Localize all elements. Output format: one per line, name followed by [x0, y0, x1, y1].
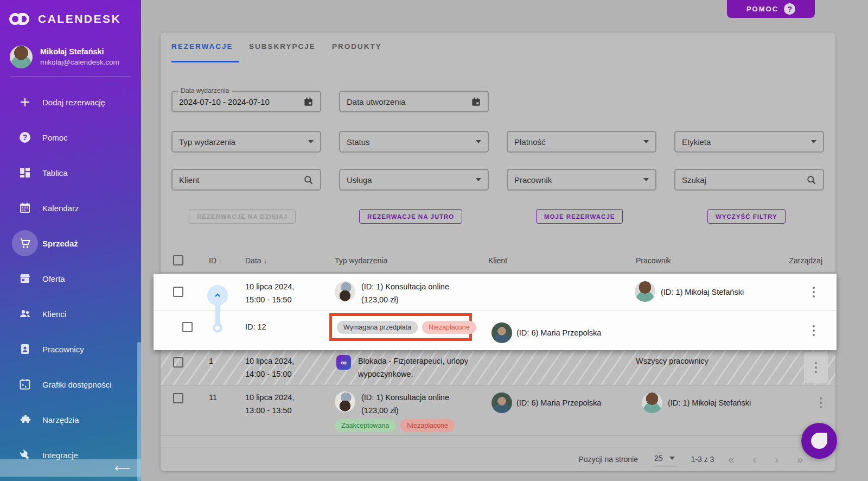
- next-page-button[interactable]: ›: [775, 453, 778, 466]
- employee-avatar: [635, 281, 655, 302]
- sidebar-item-narzedzia[interactable]: Narzędzia: [0, 407, 141, 433]
- select-all-checkbox[interactable]: [173, 255, 183, 265]
- tab-subskrypcje[interactable]: SUBSKRYPCJE: [249, 42, 316, 50]
- date-line2: 15:00 - 15:50: [245, 295, 291, 304]
- subrow-menu-button[interactable]: [807, 322, 820, 339]
- prev-page-button[interactable]: ‹: [753, 453, 757, 466]
- svg-text:?: ?: [23, 133, 28, 142]
- sidebar-item-label: Grafiki dostępności: [42, 380, 112, 389]
- block-title-line1: Blokada - Fizjoterapeuci, urlopy: [358, 357, 468, 365]
- row-menu-focused: [804, 352, 828, 383]
- reservations-today-button[interactable]: REZERWACJE NA DZISIAJ: [189, 209, 296, 224]
- row-menu-button[interactable]: [807, 283, 820, 301]
- service-filter[interactable]: Usługa: [339, 169, 489, 191]
- created-date-filter[interactable]: Data utworzenia: [339, 91, 489, 112]
- sidebar-item-label: Narzędzia: [42, 415, 79, 425]
- sidebar-divider: [10, 76, 131, 77]
- date-line2: 13:00 - 13:50: [245, 406, 291, 415]
- chevron-down-icon: [669, 457, 675, 460]
- clear-filters-button[interactable]: WYCZYŚĆ FILTRY: [707, 209, 786, 224]
- sidebar-item-sprzedaz[interactable]: Sprzedaż: [0, 230, 141, 256]
- event-date-filter[interactable]: Data wydarzenia 2024-07-10 - 2024-07-10: [171, 91, 321, 112]
- row-checkbox[interactable]: [173, 357, 183, 368]
- client-avatar: [492, 393, 512, 413]
- chat-widget-button[interactable]: [801, 423, 837, 459]
- per-page-select[interactable]: 25: [652, 453, 677, 466]
- event-date-value: 2024-07-10 - 2024-07-10: [179, 97, 303, 106]
- subrow-checkbox[interactable]: [182, 322, 193, 332]
- sidebar-item-dodaj-rezerwacje[interactable]: Dodaj rezerwację: [0, 89, 141, 115]
- chevron-down-icon: [476, 140, 481, 143]
- col-date[interactable]: Data ↓: [245, 256, 267, 265]
- payment-filter[interactable]: Płatność: [507, 131, 656, 153]
- sidebar-item-label: Oferta: [42, 274, 65, 283]
- sidebar-item-label: Pracownicy: [42, 345, 84, 354]
- user-profile[interactable]: Mikołaj Stefański mikolaj@calendesk.com: [10, 46, 119, 68]
- row-menu-button[interactable]: [809, 359, 822, 376]
- payment-placeholder: Płatność: [514, 137, 643, 147]
- sidebar-item-grafiki-dostepnosci[interactable]: Grafiki dostępności: [0, 371, 141, 397]
- help-button-label: POMOC: [746, 5, 778, 13]
- employee-badge-icon: [9, 343, 41, 356]
- col-employee[interactable]: Pracownik: [636, 256, 671, 265]
- blocked-event-row: 1 10 lipca 2024, 14:00 - 15:00 ∞ Blokada…: [161, 351, 835, 385]
- chevron-up-icon: [213, 291, 222, 300]
- sidebar-item-pracownicy[interactable]: Pracownicy: [0, 336, 141, 362]
- event-type-filter[interactable]: Typ wydarzenia: [171, 131, 321, 153]
- user-avatar: [10, 46, 33, 68]
- search-input[interactable]: Szukaj: [674, 169, 824, 191]
- date-line1: 10 lipca 2024,: [245, 357, 294, 365]
- employee-name: Wszyscy pracownicy: [636, 355, 709, 368]
- col-event-type[interactable]: Typ wydarzenia: [335, 256, 387, 265]
- first-page-button[interactable]: «: [728, 453, 734, 466]
- availability-calendar-icon: [9, 378, 41, 391]
- help-button[interactable]: POMOC ?: [727, 0, 815, 18]
- event-date-label: Data wydarzenia: [178, 87, 232, 94]
- col-id[interactable]: ID ↑: [209, 256, 222, 265]
- date-line2: 14:00 - 15:00: [245, 370, 291, 378]
- sidebar-item-klienci[interactable]: Klienci: [0, 301, 141, 327]
- row-divider: [154, 310, 837, 311]
- sidebar-item-kalendarz[interactable]: Kalendarz: [0, 195, 141, 221]
- event-type-placeholder: Typ wydarzenia: [179, 137, 308, 147]
- sidebar-item-pomoc[interactable]: ? Pomoc: [0, 124, 141, 150]
- row-menu-button[interactable]: [814, 394, 827, 412]
- status-filter[interactable]: Status: [339, 131, 489, 153]
- row-checkbox[interactable]: [173, 287, 183, 297]
- status-badges: Zaakceptowana Niezapłacone: [335, 419, 455, 432]
- col-client[interactable]: Klient: [488, 256, 507, 265]
- active-tab-indicator: [171, 61, 239, 62]
- sidebar-item-oferta[interactable]: Oferta: [0, 265, 141, 292]
- collapse-arrow-icon: ⟵: [114, 461, 130, 474]
- collapse-row-button[interactable]: [207, 285, 228, 306]
- tab-rezerwacje[interactable]: REZERWACJE: [171, 42, 233, 50]
- reservations-tomorrow-button[interactable]: REZERWACJE NA JUTRO: [359, 209, 462, 224]
- service-name: (ID: 1) Konsultacja online (123,00 zł): [361, 391, 449, 417]
- sidebar-item-label: Kalendarz: [42, 204, 79, 213]
- row-checkbox[interactable]: [173, 393, 183, 403]
- help-question-icon: ?: [784, 3, 795, 15]
- service-placeholder: Usługa: [347, 175, 476, 185]
- annotation-highlight-box: Wymagana przedpłata Niezapłacone: [329, 313, 472, 341]
- my-reservations-button[interactable]: MOJE REZERWACJE: [536, 209, 623, 224]
- row-id: 1: [209, 355, 213, 368]
- col-manage: Zarządzaj: [784, 256, 822, 265]
- calendar-icon: [471, 97, 481, 107]
- accepted-badge: Zaakceptowana: [335, 419, 395, 432]
- sidebar-collapse-bar[interactable]: ⟵: [0, 459, 141, 477]
- chevron-down-icon: [643, 140, 649, 143]
- unpaid-badge: Niezapłacone: [400, 419, 455, 432]
- employee-filter[interactable]: Pracownik: [507, 169, 656, 191]
- label-filter[interactable]: Etykieta: [674, 131, 824, 153]
- help-icon: ?: [9, 131, 41, 144]
- client-search-input[interactable]: Klient: [171, 169, 321, 191]
- logo[interactable]: CALENDESK: [9, 12, 121, 26]
- row-id: 11: [209, 391, 217, 404]
- status-placeholder: Status: [347, 137, 476, 147]
- sidebar-item-tablica[interactable]: Tablica: [0, 160, 141, 186]
- sidebar-scrollbar[interactable]: [137, 342, 141, 481]
- tab-produkty[interactable]: PRODUKTY: [332, 42, 382, 50]
- reservation-row-11: 11 10 lipca 2024, 13:00 - 13:50 (ID: 1) …: [161, 386, 835, 436]
- last-page-button[interactable]: »: [797, 453, 803, 466]
- row-date: 10 lipca 2024, 14:00 - 15:00: [245, 355, 294, 381]
